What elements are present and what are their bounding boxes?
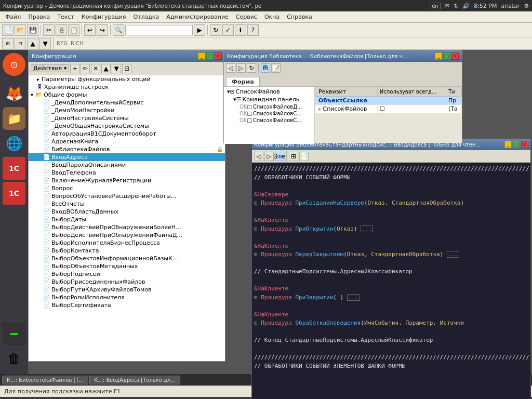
toolbar-btn-new[interactable]: 📄: [2, 24, 14, 36]
lib-tab-form[interactable]: Форма: [226, 77, 260, 86]
toolbar-btn-help[interactable]: ?: [247, 24, 259, 36]
lib-tree-item-3[interactable]: OK□СписокФайловД...: [225, 103, 313, 110]
toolbar-btn-save[interactable]: 💾: [27, 24, 38, 36]
config-del-btn[interactable]: ✕: [91, 64, 100, 73]
config-close-btn[interactable]: ✕: [215, 52, 222, 60]
lib-maximize-btn[interactable]: □: [443, 52, 450, 60]
toolbar-btn-find[interactable]: 🔍: [113, 24, 124, 36]
code-maximize-btn[interactable]: □: [513, 141, 520, 148]
sidebar-icon-1c-1[interactable]: 1С: [3, 157, 25, 180]
lib-refresh-btn[interactable]: ↻: [247, 63, 256, 73]
code-close-btn[interactable]: ✕: [521, 141, 528, 148]
config-add-btn[interactable]: +: [70, 64, 79, 73]
tree-item-form-12[interactable]: 📄ВопросОбУстановкеРасширенияРаботы...: [29, 192, 225, 200]
sidebar-icon-firefox[interactable]: 🦊: [3, 82, 25, 105]
sidebar-icon-home[interactable]: ⊙: [3, 53, 25, 76]
props-row-2[interactable]: ▸ СписокФайлов ☐ (Та: [315, 105, 462, 113]
toolbar-btn-up[interactable]: ▲: [27, 38, 38, 49]
tree-item-form-4[interactable]: 📄_ДемоОбщаяНастройкаСистемы: [29, 122, 225, 130]
tree-item-form-7[interactable]: 📄БиблиотекаФайлов 🔒: [29, 145, 225, 153]
menu-service[interactable]: Сервис: [233, 12, 260, 21]
tree-item-form-2[interactable]: 📄_ДемоМоиНастройки: [29, 107, 225, 114]
actions-label[interactable]: Действия ▾: [31, 64, 69, 72]
config-up-btn[interactable]: ▲: [101, 64, 111, 73]
tree-item-form-16[interactable]: 📄ВыборДействийПриОбнаруженииБолееН...: [29, 223, 225, 231]
code-back-btn[interactable]: ◁: [254, 152, 263, 161]
tree-item-form-vvodadresa[interactable]: 📄ВводАдреса: [29, 153, 225, 161]
tree-item-form-14[interactable]: 📄ВходВОбластьДанных: [29, 208, 225, 216]
menu-edit[interactable]: Правка: [25, 12, 53, 21]
lib-tree-item-2[interactable]: ▾☰Командная панель: [225, 96, 313, 103]
tree-item-form-26[interactable]: 📄ВыборСертификата: [29, 301, 225, 309]
sidebar-icon-1c-2[interactable]: 1С: [3, 182, 25, 205]
lib-back-btn[interactable]: ◁: [226, 63, 235, 73]
menu-debug[interactable]: Отладка: [130, 12, 162, 21]
toolbar-btn-paste[interactable]: 📋: [68, 24, 79, 36]
tree-item-form-1[interactable]: 📄_ДемоДополнительныйСервис: [29, 99, 225, 107]
tree-item-form-10[interactable]: 📄ВключениеЖурналаРегистрации: [29, 177, 225, 184]
toolbar-btn-refresh[interactable]: ↻: [210, 24, 221, 36]
lib-form-btn[interactable]: 🖹: [261, 63, 270, 73]
config-maximize-btn[interactable]: □: [206, 52, 214, 60]
tree-item-form-17[interactable]: 📄ВыборДействийПриОбнаруженииФайлаД...: [29, 231, 225, 239]
toolbar-btn-redo[interactable]: ↪: [97, 24, 108, 36]
tree-item-form-11[interactable]: 📄Вопрос: [29, 184, 225, 192]
toolbar-btn-collapse[interactable]: ⊟: [15, 38, 26, 49]
toolbar-btn-check[interactable]: ✓: [222, 24, 234, 36]
menu-help[interactable]: Справка: [284, 12, 315, 21]
toolbar-btn-copy[interactable]: ⎘: [56, 24, 67, 36]
sidebar-icon-chrome[interactable]: 🌐: [3, 132, 25, 155]
toolbar-btn-info[interactable]: ℹ: [235, 24, 246, 36]
config-tree[interactable]: ▸ Параметры функциональных опций 🗄 Храни…: [29, 75, 225, 361]
tree-item-form-24[interactable]: 📄ВыборПутиКАрхивуФайловТомов: [29, 286, 225, 294]
lib-forward-btn[interactable]: ▷: [236, 63, 246, 73]
tree-item-forms-folder[interactable]: ▾ 📂 Общие формы: [29, 91, 225, 99]
toolbar-btn-open[interactable]: 📂: [15, 24, 26, 36]
taskbar-btn-1[interactable]: К...: БиблиотекаФайлов [Т...: [2, 376, 88, 384]
sidebar-icon-trash[interactable]: 🗑: [3, 347, 25, 370]
toolbar-btn-undo[interactable]: ↩: [84, 24, 96, 36]
tree-item-form-23[interactable]: 📄ВыборПрисоединенныхФайлов: [29, 278, 225, 286]
tree-item-form-20[interactable]: 📄ВыборОбъектовИнформационнойБазыК...: [29, 255, 225, 262]
config-filter-btn[interactable]: ⊟: [122, 64, 131, 73]
tree-item-form-3[interactable]: 📄_ДемоНастройкаСистемы: [29, 114, 225, 122]
lib-close-btn[interactable]: ✕: [451, 52, 459, 60]
code-extra-btn[interactable]: ⊞: [289, 152, 298, 161]
tree-item-form-9[interactable]: 📄ВводТелефона: [29, 169, 225, 177]
tree-item-form-15[interactable]: 📄ВыборДаты: [29, 216, 225, 223]
tree-item-form-5[interactable]: 📄АвторизацияВ1СДокументооборот: [29, 130, 225, 138]
tree-item-form-25[interactable]: 📄ВыборРолиИсполнителя: [29, 294, 225, 301]
toolbar-btn-down[interactable]: ▼: [39, 38, 51, 49]
tree-item-params[interactable]: ▸ Параметры функциональных опций: [29, 75, 225, 83]
toolbar-btn-cut[interactable]: ✂: [43, 24, 55, 36]
code-file-btn[interactable]: 📄: [299, 152, 309, 161]
props-row-1[interactable]: ОбъектСсылка Пр: [315, 97, 462, 105]
menu-windows[interactable]: Окна: [261, 12, 283, 21]
config-down-btn[interactable]: ▼: [112, 64, 121, 73]
tree-item-storage[interactable]: 🗄 Хранилище настроек: [29, 83, 225, 91]
search-input[interactable]: [125, 25, 193, 35]
code-forward-btn[interactable]: ▷: [264, 152, 274, 161]
taskbar-btn-2[interactable]: К...: ВводАдреса [Только дл...: [89, 376, 180, 384]
sidebar-icon-files[interactable]: 📁: [3, 107, 25, 130]
sidebar-icon-terminal[interactable]: ▬▬: [3, 322, 25, 345]
tree-item-form-8[interactable]: 📄ВводПаролаОписаниями: [29, 161, 225, 169]
tree-item-form-21[interactable]: 📄ВыборОбъектовМетаданных: [29, 262, 225, 270]
lib-tree-item-4[interactable]: OK□СписокФайловС...: [225, 110, 313, 117]
menu-config[interactable]: Конфигурация: [78, 12, 129, 21]
code-minimize-btn[interactable]: _: [504, 141, 512, 148]
code-elem-btn[interactable]: Эле: [275, 152, 284, 161]
config-edit-btn[interactable]: ✏: [81, 64, 90, 73]
tree-item-form-13[interactable]: 📄ВсеОтчеты: [29, 200, 225, 208]
lib-tree-item-5[interactable]: OK□СписокФайловС...: [225, 117, 313, 124]
lib-module-btn[interactable]: 📝: [271, 63, 281, 73]
config-minimize-btn[interactable]: _: [198, 52, 205, 60]
toolbar-btn-go[interactable]: ▶: [194, 24, 205, 36]
menu-admin[interactable]: Администрирование: [163, 12, 232, 21]
tree-item-form-6[interactable]: 📄АдреснаяКнига: [29, 138, 225, 145]
tree-item-form-22[interactable]: 📄ВыборПодписей: [29, 270, 225, 278]
toolbar-btn-expand[interactable]: ⊞: [2, 38, 14, 49]
menu-file[interactable]: Файл: [2, 12, 24, 21]
menu-text[interactable]: Текст: [54, 12, 77, 21]
tree-item-form-18[interactable]: 📄ВыборИсполнителяБизнесПроцесса: [29, 239, 225, 247]
